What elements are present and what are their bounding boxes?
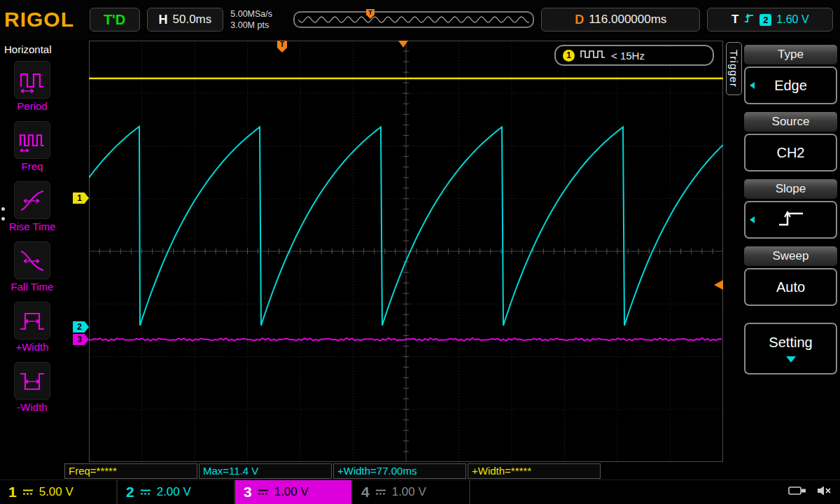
- acquisition-info: 5.00MSa/s 3.00M pts: [230, 8, 286, 31]
- timebase-value: 50.0ms: [173, 13, 212, 27]
- menu-header-source: Source: [744, 112, 837, 132]
- ch1-position-indicator[interactable]: 1: [73, 192, 89, 204]
- measurement-pwidth-2[interactable]: +Width=*****: [468, 463, 601, 479]
- frequency-counter: 1 < 15Hz: [554, 45, 714, 66]
- channel-1-scale: 5.00 V: [39, 485, 74, 499]
- waveform-position-strip: T: [293, 11, 534, 28]
- rising-edge-icon: [776, 209, 806, 232]
- sidebar-item-freq[interactable]: Freq: [14, 121, 50, 172]
- coupling-icon: [375, 486, 386, 498]
- sidebar-item-label: -Width: [17, 401, 47, 413]
- trigger-tab: Trigger: [726, 42, 742, 95]
- trigger-menu: Type Edge Source CH2 Slope: [744, 39, 837, 374]
- beeper-off-icon: [816, 485, 832, 499]
- menu-value-sweep[interactable]: Auto: [744, 268, 837, 306]
- menu-value-type[interactable]: Edge: [744, 66, 837, 104]
- main-row: Horizontal Period: [0, 39, 840, 479]
- channel-2-block[interactable]: 2 2.00 V: [118, 480, 235, 504]
- channel-4-scale: 1.00 V: [392, 485, 426, 499]
- source-value: CH2: [776, 145, 804, 161]
- channel-3-number: 3: [244, 484, 252, 500]
- sidebar-item-plus-width[interactable]: +Width: [14, 302, 50, 353]
- menu-page-indicator: [1, 207, 5, 220]
- setting-down-arrow-icon: [786, 356, 796, 363]
- delay-value: 116.000000ms: [589, 13, 666, 27]
- coupling-icon: [258, 486, 269, 498]
- menu-header-sweep: Sweep: [744, 246, 837, 266]
- trigger-level-marker[interactable]: [714, 280, 723, 290]
- top-bar: RIGOL T'D H 50.0ms 5.00MSa/s 3.00M pts T…: [0, 0, 840, 39]
- trigger-source-badge: 2: [760, 14, 771, 26]
- menu-value-slope[interactable]: [744, 201, 837, 239]
- memory-depth: 3.00M pts: [230, 20, 286, 31]
- rigol-logo: RIGOL: [4, 8, 83, 31]
- menu-group-type: Type Edge: [744, 45, 837, 104]
- waveform-display: [89, 41, 723, 462]
- channel-status-bar: 1 5.00 V 2 2.00 V 3: [0, 479, 840, 504]
- usb-device-icon: [788, 485, 806, 499]
- ch2-position-indicator[interactable]: 2: [73, 321, 89, 332]
- channel-2-number: 2: [126, 484, 134, 500]
- square-wave-icon: [580, 49, 606, 62]
- channel-1-block[interactable]: 1 5.00 V: [0, 480, 118, 504]
- sidebar-item-label: Fall Time: [11, 281, 54, 293]
- channel-4-block[interactable]: 4 1.00 V: [353, 480, 470, 504]
- sidebar-item-label: Freq: [22, 160, 43, 172]
- menu-value-source[interactable]: CH2: [744, 134, 837, 172]
- delay-box: D 116.000000ms: [541, 8, 700, 31]
- coupling-icon: [140, 486, 151, 498]
- trigger-level-value: 1.60 V: [776, 13, 808, 26]
- horizontal-scale-box: H 50.0ms: [147, 8, 224, 31]
- sidebar-item-fall-time[interactable]: Fall Time: [11, 241, 54, 293]
- minus-width-icon: [14, 362, 50, 400]
- period-icon: [14, 61, 50, 99]
- sweep-value: Auto: [776, 279, 805, 295]
- trigger-status-box: T'D: [90, 8, 140, 31]
- freq-icon: [14, 121, 50, 159]
- measure-sidebar: Horizontal Period: [0, 39, 64, 479]
- sidebar-item-rise-time[interactable]: Rise Time: [9, 181, 56, 232]
- menu-header-slope: Slope: [744, 179, 837, 199]
- sidebar-item-period[interactable]: Period: [14, 61, 50, 112]
- plus-width-icon: [14, 302, 50, 340]
- sidebar-item-minus-width[interactable]: -Width: [14, 362, 50, 413]
- menu-header-type: Type: [744, 45, 837, 64]
- channel-3-scale: 1.00 V: [274, 485, 309, 499]
- horizontal-label: H: [159, 13, 168, 27]
- menu-setting-button[interactable]: Setting: [744, 323, 837, 374]
- trigger-menu-panel: Trigger Type Edge Source CH2 Slope: [724, 39, 840, 479]
- ch3-position-indicator[interactable]: 3: [73, 334, 89, 345]
- setting-label: Setting: [769, 335, 812, 351]
- menu-group-source: Source CH2: [744, 112, 837, 172]
- trigger-info-box: T 2 1.60 V: [707, 8, 833, 31]
- sidebar-item-label: Rise Time: [9, 220, 56, 232]
- channel-1-number: 1: [8, 484, 17, 500]
- oscilloscope-screen: RIGOL T'D H 50.0ms 5.00MSa/s 3.00M pts T…: [0, 0, 840, 504]
- measurement-pwidth[interactable]: +Width=77.00ms: [333, 463, 466, 479]
- select-arrow-icon: [750, 216, 755, 223]
- menu-group-slope: Slope: [744, 179, 837, 239]
- status-icons: [788, 485, 832, 499]
- measurement-bar: Freq=***** Max=11.4 V +Width=77.00ms +Wi…: [64, 463, 601, 479]
- sidebar-list: Period Freq: [0, 61, 64, 413]
- trigger-status: T'D: [104, 12, 125, 28]
- delay-center-marker[interactable]: [398, 41, 408, 48]
- menu-group-sweep: Sweep Auto: [744, 246, 837, 306]
- sample-rate: 5.00MSa/s: [230, 8, 286, 20]
- measurement-freq[interactable]: Freq=*****: [64, 463, 197, 479]
- coupling-icon: [22, 486, 34, 498]
- channel-2-scale: 2.00 V: [157, 485, 191, 499]
- sidebar-item-label: Period: [17, 100, 47, 112]
- sidebar-title: Horizontal: [0, 39, 64, 55]
- scope-display-area: T 1 < 15Hz Freq=***** Max=11.4 V +Width=…: [64, 39, 724, 479]
- measurement-max[interactable]: Max=11.4 V: [199, 463, 332, 479]
- counter-value: < 15Hz: [611, 50, 645, 62]
- memory-waveform-icon: [295, 13, 533, 27]
- type-value: Edge: [774, 78, 807, 94]
- channel-4-number: 4: [361, 484, 370, 500]
- rise-time-icon: [14, 181, 50, 219]
- delay-label: D: [575, 13, 584, 27]
- channel-3-block[interactable]: 3 1.00 V: [235, 480, 353, 504]
- sidebar-item-label: +Width: [15, 341, 48, 353]
- select-arrow-icon: [750, 82, 755, 89]
